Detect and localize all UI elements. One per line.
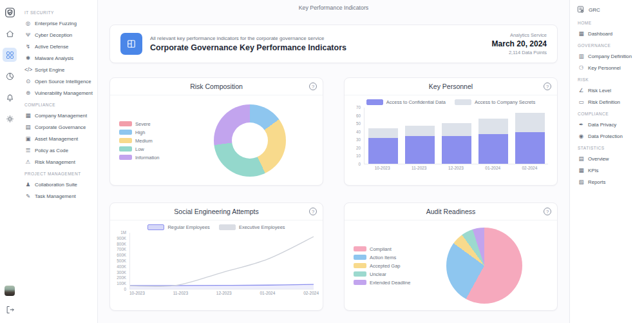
settings-gear-icon[interactable]: [3, 112, 17, 126]
logout-icon[interactable]: [3, 302, 17, 317]
help-icon[interactable]: ?: [544, 83, 551, 90]
y-tick: 700K: [117, 247, 126, 251]
report-blue-icon: [120, 33, 142, 55]
section-title: COMPLIANCE: [24, 103, 95, 107]
legend-item-unclear[interactable]: Unclear: [354, 271, 412, 277]
sidebar-item-risk-level[interactable]: ∠Risk Level: [576, 84, 640, 96]
avatar[interactable]: [5, 286, 15, 296]
sidebar-item-company-definition[interactable]: ▥Company Definition: [576, 50, 640, 62]
legend-item-medium[interactable]: Medium: [119, 138, 177, 144]
social-engineering-attempts-plot[interactable]: [129, 233, 314, 289]
sidebar-item-data-privacy[interactable]: ✒Data Privacy: [576, 119, 640, 130]
shield-gear-icon: ⊛: [24, 90, 32, 96]
sidebar-item-reports[interactable]: ▧Reports: [576, 176, 640, 188]
help-icon[interactable]: ?: [309, 83, 317, 90]
legend-item-compliant[interactable]: Compliant: [354, 246, 412, 252]
sidebar-item-risk-management[interactable]: ⚠Risk Management: [23, 156, 95, 168]
x-tick: 02-2024: [511, 166, 548, 170]
sidebar-item-label: Risk Level: [588, 88, 611, 93]
sidebar-item-label: Malware Analysis: [35, 55, 73, 61]
legend-item-extended-deadline[interactable]: Extended Deadline: [354, 280, 412, 286]
chart-title: Audit Readiness: [345, 203, 557, 220]
bar-group-10-2023[interactable]: [365, 108, 401, 164]
legend-item-information[interactable]: Information: [119, 155, 177, 161]
sidebar-item-policy-as-code[interactable]: ☰Policy as Code: [23, 144, 95, 156]
legend-item-severe[interactable]: Severe: [119, 121, 177, 127]
sidebar-item-malware-analysis[interactable]: ✱Malware Analysis: [23, 52, 95, 64]
legend-item-accepted-gap[interactable]: Accepted Gap: [354, 263, 412, 269]
target-circle-icon: ◎: [24, 20, 32, 26]
kpis-icon: ▦: [578, 167, 585, 173]
key-personnel-chart-body: Access to Confidential DataAccess to Com…: [345, 95, 557, 186]
sidebar-item-script-engine[interactable]: </>Script Engine: [23, 64, 95, 75]
sidebar-item-label: Vulnerability Management: [35, 90, 93, 96]
sidebar-item-vulnerability-management[interactable]: ⊛Vulnerability Management: [23, 87, 95, 99]
risk-composition-donut[interactable]: [214, 104, 286, 177]
sidebar-item-label: Risk Management: [35, 159, 75, 165]
search-icon: ⊙: [24, 78, 32, 84]
analytics-pie-icon[interactable]: [3, 69, 17, 83]
section-title: RISK: [578, 77, 640, 82]
sidebar-item-overview[interactable]: ▤Overview: [576, 153, 640, 164]
y-tick: 70: [356, 105, 361, 110]
audit-readiness-chart-body: CompliantAction ItemsAccepted GapUnclear…: [345, 220, 557, 311]
legend-item-high[interactable]: High: [119, 130, 177, 135]
chart-card-risk-composition: Risk Composition?SevereHighMediumLowInfo…: [109, 77, 323, 186]
bar-segment: [368, 138, 398, 164]
legend-swatch: [119, 146, 132, 152]
sidebar-item-label: Task Management: [35, 193, 76, 199]
audit-readiness-pie[interactable]: [446, 228, 522, 304]
building-icon: ▦: [24, 112, 32, 119]
x-tick: 11-2023: [401, 166, 437, 170]
legend-swatch: [119, 155, 132, 160]
dashboard-icon: ▦: [578, 30, 585, 37]
dashboard-grid-icon[interactable]: [3, 48, 17, 62]
bar-segment: [405, 136, 435, 164]
bar-group-11-2023[interactable]: [401, 108, 438, 164]
legend-item-regular-employees[interactable]: Regular Employees: [147, 224, 209, 230]
bar-segment: [515, 113, 545, 132]
sidebar-item-dashboard[interactable]: ▦Dashboard: [576, 28, 640, 39]
legend-item-access-to-company-secrets[interactable]: Access to Company Secrets: [455, 99, 535, 105]
sidebar-item-enterprise-fuzzing[interactable]: ◎Enterprise Fuzzing: [23, 17, 95, 29]
sidebar-item-collaboration-suite[interactable]: ♟Collaboration Suite: [23, 179, 95, 190]
sidebar-item-task-management[interactable]: ✎Task Management: [23, 190, 95, 202]
home-icon[interactable]: [3, 26, 17, 41]
definition-icon: ▭: [578, 99, 585, 105]
sidebar-item-corporate-governance[interactable]: ▤Corporate Governance: [23, 121, 95, 133]
sidebar-item-cyber-deception[interactable]: ΨCyber Deception: [23, 29, 95, 41]
policy-lines-icon: ☰: [24, 147, 32, 153]
sidebar-item-risk-definition[interactable]: ▭Risk Definition: [576, 96, 640, 108]
sidebar-item-label: Script Engine: [35, 67, 64, 73]
sidebar-item-data-protection[interactable]: ◉Data Protection: [576, 130, 640, 142]
legend-item-executive-employees[interactable]: Executive Employees: [219, 224, 285, 230]
bar-group-02-2024[interactable]: [511, 108, 548, 164]
legend-swatch: [354, 263, 366, 268]
sidebar-item-kpis[interactable]: ▦KPIs: [576, 164, 640, 176]
sidebar-item-active-defense[interactable]: ↯Active Defense: [23, 41, 95, 52]
overview-icon: ▤: [578, 155, 585, 162]
sidebar-item-asset-management[interactable]: ▣Asset Management: [23, 133, 95, 144]
bar-group-12-2023[interactable]: [438, 108, 475, 164]
bar-segment: [442, 123, 471, 136]
person-icon: ⚆: [578, 64, 585, 71]
privacy-pen-icon: ✒: [578, 121, 585, 128]
header-subtitle: All relevant key performance indicators …: [150, 35, 346, 41]
report-date: March 20, 2024: [492, 39, 547, 48]
y-tick: 20: [356, 146, 361, 150]
reports-icon: ▧: [578, 179, 585, 185]
help-icon[interactable]: ?: [544, 208, 551, 215]
notifications-bell-icon[interactable]: [3, 90, 17, 104]
legend-item-access-to-confidential-data[interactable]: Access to Confidential Data: [366, 99, 446, 105]
grc-module-header[interactable]: GRC: [576, 5, 640, 14]
sidebar-item-company-management[interactable]: ▦Company Management: [23, 110, 95, 121]
section-title: HOME: [578, 21, 640, 25]
key-personnel-plot[interactable]: [364, 108, 548, 164]
bar-group-01-2024[interactable]: [475, 108, 511, 164]
legend-item-low[interactable]: Low: [119, 146, 177, 152]
legend-item-action-items[interactable]: Action Items: [354, 255, 412, 260]
help-icon[interactable]: ?: [309, 208, 317, 215]
sidebar-item-open-source-intelligence[interactable]: ⊙Open Source Intelligence: [23, 75, 95, 87]
sidebar-item-key-personnel[interactable]: ⚆Key Personnel: [576, 62, 640, 73]
sidebar-item-label: Asset Management: [35, 136, 78, 142]
